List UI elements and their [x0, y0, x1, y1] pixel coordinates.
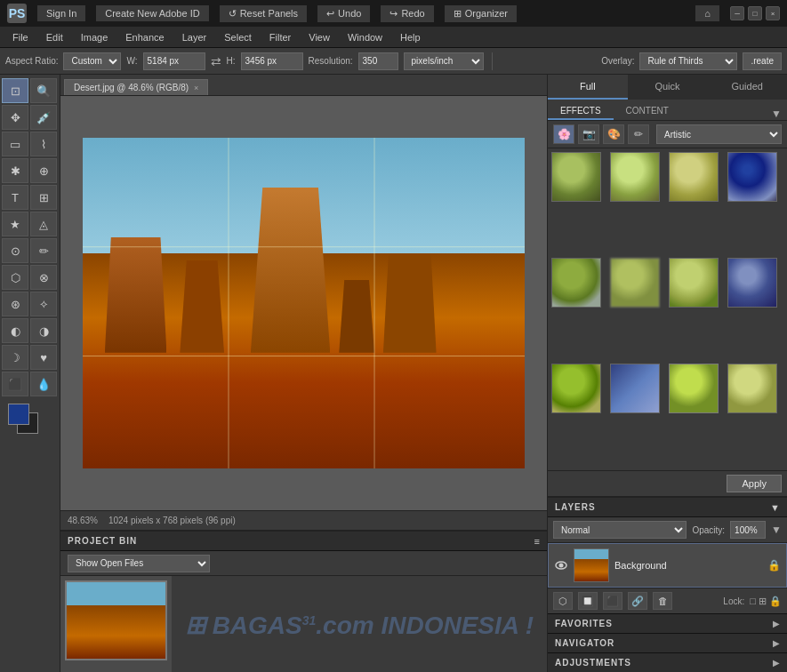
- effect-thumb-9[interactable]: [551, 364, 601, 413]
- hand-tool[interactable]: ☽: [2, 345, 28, 370]
- artistic-select[interactable]: Artistic: [656, 124, 782, 144]
- quick-select-tool[interactable]: ⊕: [30, 158, 57, 183]
- menu-enhance[interactable]: Enhance: [116, 29, 173, 45]
- create-button[interactable]: .reate: [743, 52, 782, 70]
- effects-tab[interactable]: EFFECTS: [548, 103, 614, 120]
- extras-tool[interactable]: ♥: [30, 345, 57, 370]
- layers-collapse-icon[interactable]: ▼: [770, 502, 780, 513]
- clone-tool[interactable]: ⊗: [30, 265, 57, 290]
- project-bin-collapse-icon[interactable]: ≡: [534, 536, 540, 547]
- tab-full[interactable]: Full: [548, 75, 628, 100]
- create-adobe-id-button[interactable]: Create New Adobe ID: [96, 5, 208, 21]
- healing-tool[interactable]: ⊛: [2, 292, 28, 316]
- effect-thumb-5[interactable]: [551, 258, 601, 308]
- reset-panels-button[interactable]: ↺ Reset Panels: [220, 5, 307, 22]
- aspect-ratio-select[interactable]: Custom: [63, 52, 121, 70]
- home-button[interactable]: ⌂: [695, 5, 719, 21]
- apply-button[interactable]: Apply: [727, 475, 782, 492]
- smudge-tool[interactable]: ⟡: [30, 292, 57, 316]
- adjustments-bar[interactable]: ADJUSTMENTS ▶: [548, 652, 787, 672]
- resolution-input[interactable]: [358, 52, 398, 70]
- opacity-label: Opacity:: [692, 525, 725, 535]
- sign-in-button[interactable]: Sign In: [37, 5, 85, 21]
- effects-filter-btn-4[interactable]: ✏: [628, 124, 649, 144]
- undo-button[interactable]: ↩ Undo: [317, 5, 370, 22]
- crop-tool[interactable]: ⊡: [2, 78, 28, 103]
- menu-select[interactable]: Select: [215, 29, 261, 45]
- shape-tool[interactable]: ★: [2, 212, 28, 236]
- tab-quick[interactable]: Quick: [628, 75, 708, 100]
- project-bin-body: ⊞ BAGAS31.com INDONESIA !: [60, 576, 547, 672]
- droplet-tool[interactable]: 💧: [30, 372, 57, 396]
- effect-thumb-8[interactable]: [727, 258, 777, 308]
- lasso-tool[interactable]: ⌇: [30, 132, 57, 156]
- dodge-tool[interactable]: ◐: [2, 318, 28, 343]
- effects-filter-btn-1[interactable]: 🌸: [553, 124, 574, 144]
- thumbnail-desert[interactable]: [65, 580, 167, 660]
- menu-view[interactable]: View: [300, 29, 339, 45]
- show-open-select[interactable]: Show Open Files: [68, 555, 210, 572]
- paint-bucket-tool[interactable]: ◬: [30, 212, 57, 236]
- effect-thumb-7[interactable]: [669, 258, 719, 308]
- maximize-button[interactable]: □: [748, 6, 762, 20]
- effects-filter-btn-3[interactable]: 🎨: [603, 124, 624, 144]
- menu-help[interactable]: Help: [391, 29, 430, 45]
- canvas-tab-desert[interactable]: Desert.jpg @ 48.6% (RGB/8) ×: [64, 79, 208, 95]
- marquee-tool[interactable]: ▭: [2, 132, 28, 156]
- tool-row-6: ★ ◬: [2, 212, 58, 236]
- effect-thumb-6[interactable]: [610, 258, 660, 308]
- effect-thumb-2[interactable]: [610, 152, 660, 202]
- foreground-color-swatch[interactable]: [8, 404, 29, 425]
- layer-link-button[interactable]: 🔗: [628, 592, 647, 610]
- effect-thumb-11[interactable]: [669, 364, 719, 413]
- navigator-bar[interactable]: NAVIGATOR ▶: [548, 633, 787, 652]
- width-input[interactable]: [143, 52, 205, 70]
- type-tool[interactable]: T: [2, 185, 28, 210]
- overlay-select[interactable]: Rule of Thirds: [639, 52, 737, 70]
- menu-layer[interactable]: Layer: [173, 29, 216, 45]
- effect-thumb-10[interactable]: [610, 364, 660, 413]
- panel-tabs: Full Quick Guided: [548, 75, 787, 100]
- menu-file[interactable]: File: [4, 29, 37, 45]
- crop-tool-2[interactable]: ⊞: [30, 185, 57, 210]
- title-bar: PS Sign In Create New Adobe ID ↺ Reset P…: [0, 0, 787, 27]
- delete-layer-button[interactable]: 🗑: [653, 592, 672, 610]
- minimize-button[interactable]: ─: [730, 6, 744, 20]
- brush-tool[interactable]: ⊙: [2, 238, 28, 263]
- gradient-tool[interactable]: ⬛: [2, 372, 28, 396]
- menu-edit[interactable]: Edit: [37, 29, 72, 45]
- resolution-unit-select[interactable]: pixels/inch: [404, 52, 484, 70]
- content-tab[interactable]: CONTENT: [614, 103, 681, 120]
- close-button[interactable]: ×: [766, 6, 780, 20]
- effect-thumb-4[interactable]: [727, 152, 777, 202]
- eyedropper-tool[interactable]: 💉: [30, 105, 57, 130]
- tab-guided[interactable]: Guided: [707, 75, 787, 100]
- effect-thumb-1[interactable]: [551, 152, 601, 202]
- organizer-button[interactable]: ⊞ Organizer: [445, 5, 517, 22]
- effect-thumb-12[interactable]: [727, 364, 777, 413]
- blend-mode-select[interactable]: Normal: [553, 521, 687, 539]
- canvas-tab-close-icon[interactable]: ×: [194, 84, 198, 92]
- height-input[interactable]: [241, 52, 303, 70]
- layer-row-background[interactable]: Background 🔒: [548, 543, 787, 588]
- add-layer-button[interactable]: ⬡: [553, 592, 573, 610]
- canvas-viewport: [60, 96, 547, 510]
- effects-filter-btn-2[interactable]: 📷: [578, 124, 599, 144]
- menu-image[interactable]: Image: [72, 29, 117, 45]
- layer-visibility-icon[interactable]: [554, 558, 568, 572]
- redo-button[interactable]: ↪ Redo: [381, 5, 433, 22]
- burn-tool[interactable]: ◑: [30, 318, 57, 343]
- layer-style-button[interactable]: 🔲: [578, 592, 598, 610]
- pencil-tool[interactable]: ✏: [30, 238, 57, 263]
- magic-wand-tool[interactable]: ✱: [2, 158, 28, 183]
- opacity-input[interactable]: [730, 521, 766, 539]
- favorites-bar[interactable]: FAVORITES ▶: [548, 613, 787, 633]
- eraser-tool[interactable]: ⬡: [2, 265, 28, 290]
- move-tool[interactable]: ✥: [2, 105, 28, 130]
- zoom-tool[interactable]: 🔍: [30, 78, 57, 103]
- menu-filter[interactable]: Filter: [261, 29, 300, 45]
- effect-thumb-3[interactable]: [669, 152, 719, 202]
- effects-collapse-icon[interactable]: ▼: [766, 108, 787, 120]
- menu-window[interactable]: Window: [339, 29, 391, 45]
- layer-mask-button[interactable]: ⬛: [603, 592, 622, 610]
